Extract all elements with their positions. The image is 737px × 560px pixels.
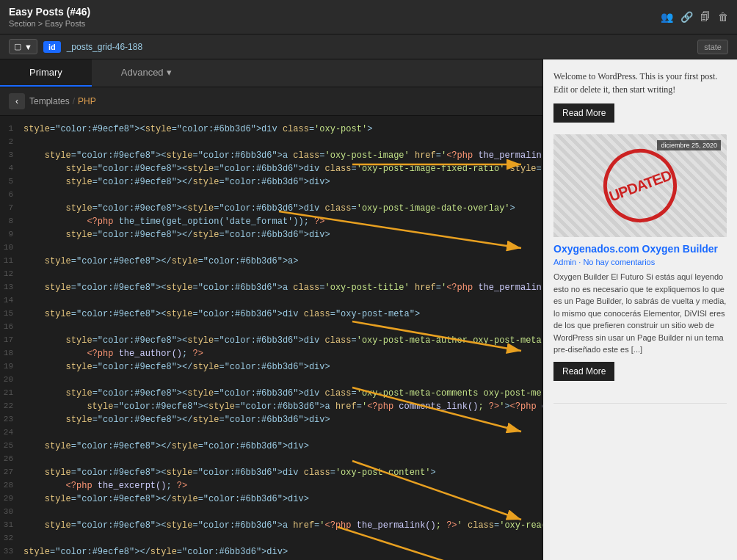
code-line: 6 (0, 189, 542, 203)
line-number: 32 (0, 534, 23, 545)
code-line: 19 style="color:#9ecfe8"></style="color:… (0, 361, 542, 374)
top-bar-left: Easy Posts (#46) Section > Easy Posts (9, 6, 90, 28)
line-number: 16 (0, 322, 23, 334)
line-content: <?php the_time(get_option('date_format')… (23, 217, 325, 228)
state-selector[interactable]: state (697, 40, 728, 54)
line-number: 23 (0, 415, 23, 426)
id-badge[interactable]: id (43, 41, 61, 53)
line-number: 14 (0, 296, 23, 308)
code-editor[interactable]: 1style="color:#9ecfe8"><style="color:#6b… (0, 116, 542, 560)
line-content: style="color:#9ecfe8"><style="color:#6bb… (23, 203, 515, 215)
tabs: Primary Advanced ▾ (0, 59, 542, 87)
code-line: 26 (0, 454, 542, 467)
code-line: 27 style="color:#9ecfe8"><style="color:#… (0, 467, 542, 480)
code-line: 31 style="color:#9ecfe8"><style="color:#… (0, 520, 542, 533)
class-name: _posts_grid-46-188 (67, 42, 691, 52)
element-type-icon: ▢ (14, 42, 21, 51)
page-title: Easy Posts (#46) (9, 6, 90, 18)
post-date-badge: diciembre 25, 2020 (657, 140, 721, 150)
line-content (23, 243, 29, 255)
post-excerpt: Oxygen Builder El Futuro Si estás aquí l… (553, 271, 727, 356)
read-more-button-2[interactable]: Read More (553, 362, 614, 381)
code-line: 1style="color:#9ecfe8"><style="color:#6b… (0, 123, 542, 137)
trash-icon[interactable]: 🗑 (718, 11, 728, 23)
line-content: style="color:#9ecfe8"><style="color:#6bb… (23, 520, 542, 532)
code-line: 12 (0, 269, 542, 282)
line-content: style="color:#9ecfe8"><style="color:#6bb… (23, 401, 542, 413)
line-number: 11 (0, 256, 23, 268)
link-icon[interactable]: 🔗 (680, 11, 693, 23)
wp-welcome-text: Welcome to WordPress. This is your first… (553, 70, 727, 96)
line-content (23, 190, 29, 202)
wp-post: UPDATED diciembre 25, 2020 Oxygenados.co… (553, 134, 727, 404)
element-type-dropdown[interactable]: ▢ ▼ (9, 39, 37, 54)
code-line: 2 (0, 137, 542, 150)
code-line: 24 (0, 427, 542, 440)
code-line: 21 style="color:#9ecfe8"><style="color:#… (0, 388, 542, 401)
line-number: 12 (0, 269, 23, 281)
code-line: 25 style="color:#9ecfe8"></style="color:… (0, 440, 542, 454)
line-content: <?php the_author(); ?> (23, 349, 203, 360)
line-content: style="color:#9ecfe8"></style="color:#6b… (23, 494, 309, 506)
code-line: 22 style="color:#9ecfe8"><style="color:#… (0, 401, 542, 414)
line-number: 4 (0, 164, 23, 175)
chevron-down-icon: ▾ (167, 67, 172, 78)
code-line: 13 style="color:#9ecfe8"><style="color:#… (0, 282, 542, 295)
breadcrumb-separator: / (73, 96, 75, 106)
line-number: 6 (0, 190, 23, 202)
top-bar-icons: 👥 🔗 🗐 🗑 (661, 11, 728, 23)
tab-advanced[interactable]: Advanced ▾ (92, 59, 201, 87)
line-number: 9 (0, 230, 23, 241)
tab-primary[interactable]: Primary (0, 59, 92, 87)
sub-nav-templates[interactable]: Templates (29, 96, 70, 106)
selector-bar: ▢ ▼ id _posts_grid-46-188 state (0, 34, 737, 59)
line-number: 15 (0, 309, 23, 321)
post-title[interactable]: Oxygenados.com Oxygen Builder (553, 243, 727, 255)
line-number: 26 (0, 454, 23, 466)
post-comments[interactable]: No hay comentarios (583, 258, 655, 266)
code-line: 18 <?php the_author(); ?> (0, 348, 542, 361)
post-image: UPDATED diciembre 25, 2020 (553, 134, 727, 237)
code-line: 15 style="color:#9ecfe8"><style="color:#… (0, 308, 542, 321)
post-author: Admin (553, 258, 576, 266)
line-content (23, 454, 29, 466)
users-icon[interactable]: 👥 (661, 11, 673, 23)
line-content (23, 269, 29, 281)
code-line: 30 (0, 506, 542, 520)
line-number: 10 (0, 243, 23, 255)
line-content (23, 534, 29, 545)
line-number: 29 (0, 494, 23, 506)
line-number: 2 (0, 137, 23, 149)
left-panel: Primary Advanced ▾ ‹ Templates / PHP 1st… (0, 59, 543, 560)
line-content (23, 375, 29, 387)
copy-icon[interactable]: 🗐 (700, 11, 711, 23)
line-content: style="color:#9ecfe8"><style="color:#6bb… (23, 283, 542, 294)
line-number: 3 (0, 150, 23, 162)
line-number: 30 (0, 507, 23, 519)
sub-nav: ‹ Templates / PHP (0, 87, 542, 116)
line-content: style="color:#9ecfe8"></style="color:#6b… (23, 547, 288, 559)
line-content: <?php the_excerpt(); ?> (23, 481, 187, 492)
breadcrumb: Section > Easy Posts (9, 19, 90, 28)
tab-primary-label: Primary (29, 67, 62, 78)
main-layout: Primary Advanced ▾ ‹ Templates / PHP 1st… (0, 59, 737, 560)
code-line: 23 style="color:#9ecfe8"></style="color:… (0, 414, 542, 427)
updated-stamp: UPDATED (593, 139, 687, 233)
line-content (23, 428, 29, 440)
code-line: 8 <?php the_time(get_option('date_format… (0, 216, 542, 229)
line-content (23, 137, 29, 149)
updated-stamp-text: UPDATED (607, 167, 674, 205)
line-content: style="color:#9ecfe8"><style="color:#6bb… (23, 150, 542, 162)
read-more-button-1[interactable]: Read More (553, 103, 614, 123)
line-number: 19 (0, 362, 23, 374)
line-content (23, 507, 29, 519)
code-line: 16 (0, 321, 542, 335)
code-line: 28 <?php the_excerpt(); ?> (0, 480, 542, 493)
line-number: 13 (0, 283, 23, 294)
line-number: 21 (0, 388, 23, 400)
line-content: style="color:#9ecfe8"></style="color:#6b… (23, 230, 330, 241)
chevron-down-icon: ▼ (24, 43, 32, 51)
top-bar: Easy Posts (#46) Section > Easy Posts 👥 … (0, 0, 737, 34)
back-button[interactable]: ‹ (9, 93, 25, 109)
line-content: style="color:#9ecfe8"></style="color:#6b… (23, 177, 330, 189)
